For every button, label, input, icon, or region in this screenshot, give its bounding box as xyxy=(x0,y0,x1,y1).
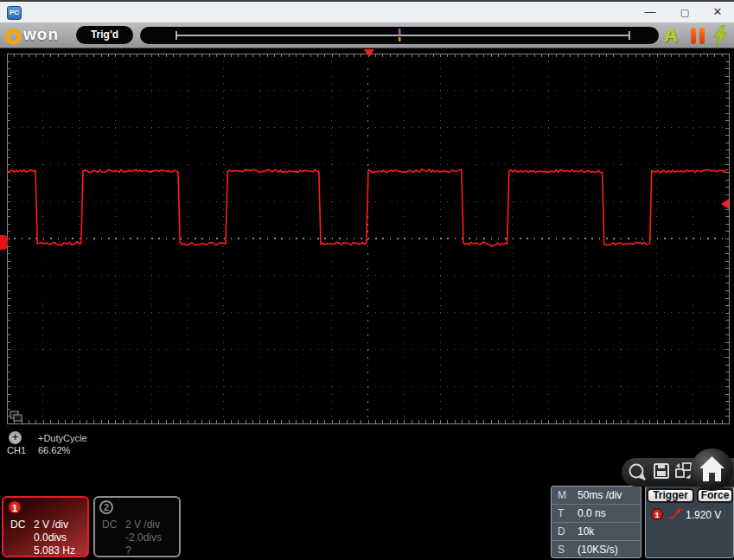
trigger-menu-button[interactable]: Trigger xyxy=(647,488,694,503)
trigger-level-arrow[interactable] xyxy=(721,199,729,209)
ch1-frequency: 5.083 Hz xyxy=(34,544,75,557)
ch2-scale: 2 V /div xyxy=(125,519,160,531)
single-trigger-button[interactable] xyxy=(712,25,730,47)
copy-icon xyxy=(683,463,691,470)
trigger-panel: Trigger Force 1 1.920 V xyxy=(645,486,734,558)
save-button[interactable] xyxy=(654,464,668,478)
run-pause-button[interactable] xyxy=(691,28,708,44)
measure-channel: CH1 xyxy=(7,445,26,455)
ch2-frequency: ? xyxy=(125,544,131,557)
timebase-row-t: T 0.0 ns xyxy=(552,505,641,523)
display-mode-icon xyxy=(10,411,22,421)
ch1-position-marker[interactable] xyxy=(0,235,8,250)
quickbar-icons xyxy=(626,461,695,485)
floppy-icon xyxy=(658,464,665,468)
timebase-panel[interactable]: M 50ms /div T 0.0 ns D 10k S (10KS/s) xyxy=(551,486,641,558)
title-bar: PC — ▢ ✕ xyxy=(0,0,734,22)
channel1-panel[interactable]: 1 DC 2 V /div 0.0divs 5.083 Hz xyxy=(2,496,89,557)
ch2-coupling: DC xyxy=(102,519,117,531)
ch1-scale: 2 V /div xyxy=(34,519,68,531)
timebase-row-s: S (10KS/s) xyxy=(552,541,641,559)
owon-logo-text: won xyxy=(23,25,59,44)
trigger-position-marker[interactable] xyxy=(399,29,401,35)
add-measure-icon[interactable]: + xyxy=(9,431,22,444)
autoset-button[interactable]: A xyxy=(664,24,678,47)
trigger-status-badge: Trig'd xyxy=(76,26,133,44)
home-icon xyxy=(691,449,733,491)
minimize-button[interactable]: — xyxy=(635,3,665,21)
channel2-badge: 2 xyxy=(99,500,113,514)
zoom-tool-button[interactable] xyxy=(630,465,646,480)
position-bar-graphic xyxy=(140,27,659,44)
waveform-display xyxy=(0,48,734,430)
measure-value: 66.62% xyxy=(38,445,70,455)
ch2-position: -2.0divs xyxy=(125,531,162,544)
rising-edge-icon xyxy=(668,507,684,520)
trigger-source-badge: 1 xyxy=(651,508,663,520)
app-icon[interactable]: PC xyxy=(7,6,22,20)
maximize-button[interactable]: ▢ xyxy=(670,3,699,21)
lightning-icon xyxy=(714,25,727,47)
pause-icon xyxy=(691,28,696,44)
owon-logo-icon xyxy=(5,29,22,45)
ch1-position: 0.0divs xyxy=(34,531,67,544)
timebase-row-m: M 50ms /div xyxy=(552,487,641,505)
measure-label: +DutyCycle xyxy=(38,433,87,443)
ch1-coupling: DC xyxy=(10,519,25,531)
timebase-row-d: D 10k xyxy=(552,523,641,541)
export-button[interactable] xyxy=(676,463,691,479)
graticule xyxy=(7,54,729,423)
channel1-badge: 1 xyxy=(8,500,22,514)
trigger-level-value: 1.920 V xyxy=(686,509,721,521)
horizontal-position-bar[interactable] xyxy=(140,27,659,44)
home-button[interactable] xyxy=(691,449,733,491)
ch1-trace xyxy=(7,169,728,247)
channel2-panel[interactable]: 2 DC 2 V /div -2.0divs ? xyxy=(93,496,181,557)
close-button[interactable]: ✕ xyxy=(703,3,732,21)
